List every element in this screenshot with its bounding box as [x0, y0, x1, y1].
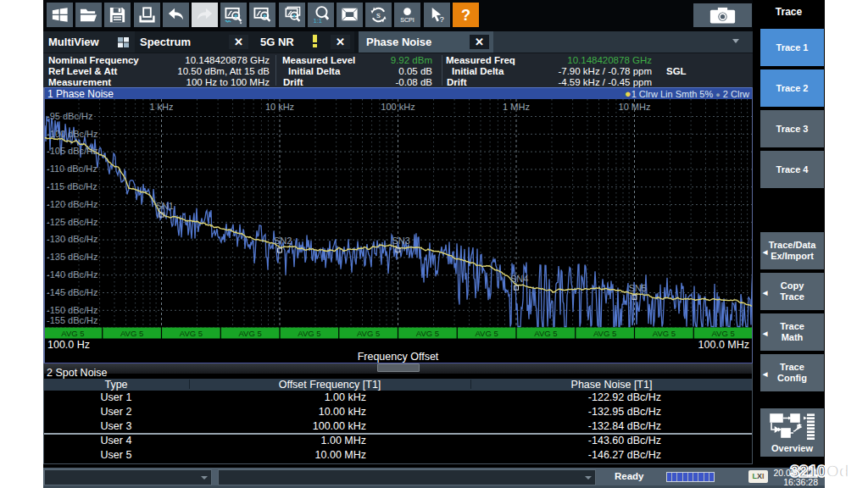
svg-text:SN4: SN4	[510, 274, 528, 284]
svg-text:AVG 5: AVG 5	[416, 329, 439, 338]
svg-text:1 MHz: 1 MHz	[503, 102, 530, 112]
svg-text:-100 dBc/Hz: -100 dBc/Hz	[47, 129, 98, 139]
svg-text:SN2: SN2	[274, 236, 292, 246]
svg-text:AVG 5: AVG 5	[357, 329, 380, 338]
svg-text:?: ?	[461, 7, 470, 24]
svg-text:-135 dBc/Hz: -135 dBc/Hz	[47, 252, 98, 262]
svg-text:AVG 5: AVG 5	[238, 329, 261, 338]
svg-text:-145 dBc/Hz: -145 dBc/Hz	[47, 287, 98, 297]
svg-text:1 kHz: 1 kHz	[149, 102, 173, 112]
svg-text:s: s	[376, 10, 381, 19]
svg-text:-140 dBc/Hz: -140 dBc/Hz	[47, 269, 98, 280]
svg-text:-130 dBc/Hz: -130 dBc/Hz	[47, 234, 98, 244]
svg-text:AVG 5: AVG 5	[180, 329, 203, 338]
svg-text:-155 dBc/Hz: -155 dBc/Hz	[47, 315, 98, 325]
svg-text:AVG 5: AVG 5	[298, 329, 320, 338]
svg-text:SCPI: SCPI	[401, 17, 415, 24]
svg-text:-115 dBc/Hz: -115 dBc/Hz	[47, 181, 97, 191]
svg-text:AVG 5: AVG 5	[61, 329, 84, 338]
svg-text:AVG 5: AVG 5	[120, 329, 143, 338]
svg-text:100 kHz: 100 kHz	[381, 102, 415, 112]
svg-text:?: ?	[439, 14, 443, 24]
svg-text:AVG 5: AVG 5	[534, 329, 557, 338]
svg-text:10 MHz: 10 MHz	[619, 102, 651, 112]
svg-text:AVG 5: AVG 5	[711, 329, 734, 338]
svg-text:AVG 5: AVG 5	[475, 329, 498, 338]
svg-text:-125 dBc/Hz: -125 dBc/Hz	[47, 217, 98, 227]
svg-text:-105 dBc/Hz: -105 dBc/Hz	[47, 146, 98, 156]
svg-text:-95 dBc/Hz: -95 dBc/Hz	[47, 111, 92, 121]
svg-text:10 kHz: 10 kHz	[265, 102, 294, 112]
svg-text:AVG 5: AVG 5	[593, 329, 616, 338]
svg-text:-110 dBc/Hz: -110 dBc/Hz	[47, 164, 97, 174]
svg-text:SN3: SN3	[392, 236, 410, 246]
svg-text:1:1: 1:1	[313, 17, 322, 25]
svg-text:AVG 5: AVG 5	[653, 329, 676, 338]
svg-text:SN1: SN1	[156, 201, 174, 211]
svg-text:-120 dBc/Hz: -120 dBc/Hz	[47, 199, 98, 209]
svg-text:-150 dBc/Hz: -150 dBc/Hz	[47, 305, 98, 315]
svg-text:SN5: SN5	[629, 283, 647, 293]
